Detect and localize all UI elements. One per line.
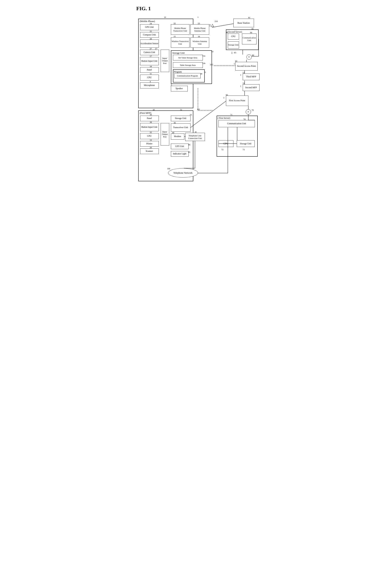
gps-unit-mfp-box: GPS Unit: [171, 144, 189, 149]
ref-210: 210: [215, 20, 218, 22]
panel-mobile-box: Panel: [140, 67, 159, 73]
communication-program-box: Communication Program: [174, 73, 201, 78]
ref-38: 38: [150, 121, 152, 123]
ref-25: 25: [150, 30, 152, 32]
communication-unit-fs-box: Communication Unit: [218, 120, 255, 127]
telephone-line-box: Telephone Line Connection Unit: [185, 133, 205, 141]
ref-40: 40: [172, 131, 174, 134]
io-port-mfp-box: Input/ Output Port: [161, 123, 169, 145]
modem-box: Modem: [171, 134, 184, 140]
wireless-antenna-box: Wireless Antenna Unit: [190, 37, 209, 48]
scanner-box: Scanner: [140, 149, 159, 154]
second-access-point-box: Second Access Point: [235, 62, 258, 71]
ref-81: 81: [252, 28, 254, 30]
ref-43: 43: [153, 108, 155, 111]
printer-box: Printer: [140, 141, 159, 147]
ref-12b: 12b: [203, 62, 206, 64]
ref-45: 45: [188, 151, 190, 153]
antenna-icon-3: ↕: [234, 62, 235, 65]
compass-unit-box: Compass Unit: [140, 32, 159, 38]
button-input-unit-box: Button Input Unit: [140, 57, 159, 65]
ref-24: 24: [150, 22, 152, 25]
ref-70: 70: [252, 109, 254, 111]
cpu-mobile-box: CPU: [140, 75, 159, 81]
mobile-transceiver-box: Mobile Phone Transceiver Unit: [171, 24, 190, 35]
ref-17b: 17: [155, 48, 157, 50]
wireless-transceiver-box: Wireless Transceiver Unit: [171, 37, 190, 48]
ref-27: 27: [150, 48, 152, 50]
diagram: (Mobile Phone) 10 1 GPS Unit 24 Compass …: [136, 13, 260, 193]
storage-unit-mfp-box: Storage Unit: [171, 116, 190, 121]
io-port-mobile-box: Input/ Output Port: [161, 50, 169, 72]
ref-32: 32: [150, 131, 152, 133]
ref-83: 83: [234, 52, 236, 54]
communication-unit-ss-box: Communication Unit: [242, 33, 257, 44]
acceleration-sensor-box: Acceleration Sensor: [140, 40, 159, 48]
ref-28: 28: [200, 73, 202, 75]
first-access-point-box: First Access Point: [226, 96, 248, 106]
mobile-antenna-box: Mobile Phone Antenna Unit: [190, 24, 209, 35]
ref-52: 52: [243, 82, 245, 84]
ref-33: 33: [190, 114, 192, 116]
microphone-box: Microphone: [140, 82, 159, 88]
ref-3: 3: [171, 84, 172, 86]
ref-12a: 12a: [203, 55, 205, 57]
ref-61: 61: [248, 16, 250, 19]
ref-10: 10: [164, 16, 166, 18]
ref-21: 21: [204, 71, 206, 73]
set-value-storage-box: Set Value Storage Area: [173, 55, 203, 60]
antenna-icon-4: ↕: [240, 74, 241, 76]
figure-title: FIG. 1: [136, 6, 256, 11]
ref-80: 80: [252, 54, 254, 56]
ref-72: 72: [221, 149, 224, 151]
ref-51: 51: [180, 108, 182, 111]
ref-23: 23: [198, 22, 200, 24]
ref-11: 11: [150, 73, 152, 75]
ref-41: 41: [195, 131, 197, 133]
antenna-icon-2: ↕: [231, 51, 233, 55]
transceiver-mfp-box: Transceiver Unit: [171, 123, 190, 132]
cpu-mfp-box: CPU: [140, 133, 159, 139]
ref-39: 39: [150, 114, 152, 116]
antenna-icon-1: ↕△: [209, 23, 214, 27]
storage-unit-fs-box: Storage Unit: [237, 140, 255, 147]
gps-unit-box: GPS Unit: [140, 24, 159, 30]
second-mfp-box: Second MFP: [243, 84, 260, 91]
cross-circle-80: ×: [247, 54, 252, 60]
ref-74: 74: [243, 118, 246, 120]
antenna-icon-5: ↕: [240, 85, 241, 88]
ref-12: 12: [212, 50, 214, 53]
telephone-network-box: Telephone Network: [168, 168, 198, 178]
button-input-mfp-box: Button Input Unit: [140, 123, 159, 131]
ref-73: 73: [243, 149, 245, 151]
indicator-light-box: Indicator Light: [171, 151, 189, 157]
ref-1: 1: [197, 16, 199, 18]
table-storage-box: Table Storage Area: [173, 62, 203, 68]
ref-20: 20: [150, 146, 152, 149]
ref-4: 4: [150, 80, 151, 83]
ref-18: 18: [150, 65, 152, 67]
cross-circle-70: ×: [246, 109, 251, 115]
cpu-second-server-box: CPU: [228, 33, 239, 40]
ref-16: 16: [198, 35, 200, 37]
speaker-box: Speaker: [171, 86, 188, 91]
ref-100: 100: [167, 167, 170, 170]
ref-82: 82: [226, 31, 228, 33]
ref-26: 26: [150, 38, 152, 40]
cpu-fs-box: CPU: [218, 140, 233, 147]
ref-36: 36: [174, 122, 176, 124]
ref-63: 63: [235, 60, 237, 62]
ref-202: 202: [210, 64, 213, 66]
ref-44: 44: [188, 143, 190, 146]
ref-19: 19: [150, 139, 152, 141]
third-mfp-box: Third MFP: [243, 74, 260, 80]
antenna-icon-6: ↕: [223, 96, 225, 99]
camera-unit-box: Camera Unit: [140, 50, 159, 55]
ref-15: 15: [174, 35, 176, 37]
mobile-phone-label: (Mobile Phone): [140, 20, 155, 23]
ref-62: 62: [226, 94, 228, 96]
ref-53: 53: [243, 71, 245, 74]
ref-17: 17: [150, 55, 152, 57]
storage-unit-ss-box: Storage Unit: [228, 41, 239, 48]
base-station-box: Base Station: [233, 19, 254, 27]
